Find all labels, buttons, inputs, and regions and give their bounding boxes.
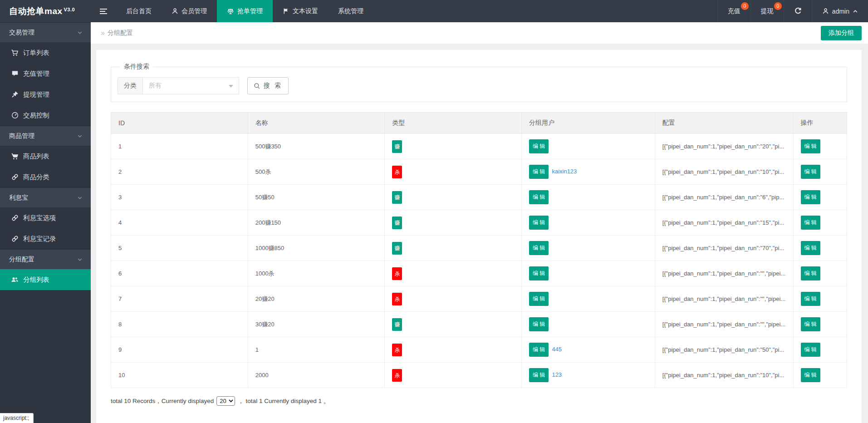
cell-group-user: 编 辑 [522, 185, 655, 210]
search-icon [254, 83, 260, 89]
table-row: 830赚20赚编 辑[{"pipei_dan_num":1,"pipei_dan… [111, 312, 847, 337]
edit-row-button[interactable]: 编 辑 [801, 165, 820, 179]
table-row: 91杀编 辑445[{"pipei_dan_num":1,"pipei_dan_… [111, 337, 847, 363]
sidebar-group-trade[interactable]: 交易管理 [0, 22, 91, 42]
cell-name: 2000 [248, 363, 385, 388]
nav-item-members[interactable]: 会员管理 [162, 0, 217, 22]
page-size-select[interactable]: 20 [216, 396, 235, 406]
sidebar-item-lixibao-records[interactable]: 利息宝记录 [0, 228, 91, 249]
recharge-notice-button[interactable]: 充值 0 [717, 0, 750, 22]
column-header: ID [111, 113, 248, 134]
sidebar-item-goods-category[interactable]: 商品分类 [0, 167, 91, 187]
sidebar-item-group-list[interactable]: 分组列表 [0, 269, 91, 290]
column-header: 配置 [655, 113, 793, 134]
sidebar-item-label: 商品列表 [23, 152, 49, 161]
nav-item-label: 文本设置 [293, 7, 318, 15]
panel: 条件搜索 分类 所有 搜 [96, 50, 862, 423]
cell-group-user: 编 辑 [522, 312, 655, 337]
group-user-link[interactable]: kaixin123 [552, 168, 577, 175]
edit-users-button[interactable]: 编 辑 [529, 292, 549, 306]
category-select[interactable]: 所有 [143, 77, 239, 94]
sidebar-item-label: 订单列表 [23, 49, 49, 57]
cell-name: 20赚20 [248, 286, 385, 312]
link-icon [11, 214, 19, 221]
table-header: ID名称类型分组用户配置操作 [111, 113, 847, 134]
sidebar-item-label: 提现管理 [23, 90, 49, 99]
sidebar-item-lixibao-options[interactable]: 利息宝选项 [0, 207, 91, 228]
edit-row-button[interactable]: 编 辑 [801, 139, 820, 153]
sidebar-toggle-button[interactable] [91, 0, 116, 22]
sidebar-group-lixibao[interactable]: 利息宝 [0, 187, 91, 207]
sidebar-item-order-list[interactable]: 订单列表 [0, 42, 91, 63]
username: admin [832, 8, 849, 15]
comment-icon [11, 70, 19, 77]
edit-users-button[interactable]: 编 辑 [529, 165, 549, 179]
type-badge: 赚 [392, 140, 402, 153]
cell-config: [{"pipei_dan_num":1,"pipei_dan_run":"70"… [655, 236, 793, 261]
group-user-link[interactable]: 445 [552, 346, 562, 353]
nav-item-home[interactable]: 后台首页 [116, 0, 162, 22]
column-header: 分组用户 [522, 113, 655, 134]
cell-id: 6 [111, 261, 248, 286]
type-badge: 杀 [392, 344, 402, 356]
edit-users-button[interactable]: 编 辑 [529, 216, 549, 230]
edit-row-button[interactable]: 编 辑 [801, 292, 820, 306]
group-user-link[interactable]: 123 [552, 371, 562, 378]
cell-id: 5 [111, 236, 248, 261]
edit-users-button[interactable]: 编 辑 [529, 317, 549, 331]
edit-users-button[interactable]: 编 辑 [529, 368, 549, 382]
hamburger-icon [100, 7, 107, 15]
edit-users-button[interactable]: 编 辑 [529, 190, 549, 204]
nav-item-text[interactable]: 文本设置 [273, 0, 328, 22]
type-badge: 赚 [392, 242, 402, 255]
sidebar-item-label: 利息宝记录 [23, 235, 56, 243]
edit-row-button[interactable]: 编 辑 [801, 343, 820, 357]
table-row: 51000赚850赚编 辑[{"pipei_dan_num":1,"pipei_… [111, 236, 847, 261]
sidebar-group-label: 利息宝 [9, 194, 28, 202]
search-button[interactable]: 搜 索 [247, 77, 289, 94]
cell-config: [{"pipei_dan_num":1,"pipei_dan_run":"","… [655, 312, 793, 337]
sidebar-item-withdraw-mgmt[interactable]: 提现管理 [0, 84, 91, 105]
edit-row-button[interactable]: 编 辑 [801, 317, 820, 331]
sidebar-group-group-config[interactable]: 分组配置 [0, 249, 91, 269]
pagination-prefix: total 10 Records，Currently displayed [111, 397, 214, 405]
sidebar-item-label: 交易控制 [23, 111, 49, 120]
sidebar-item-goods-list[interactable]: 商品列表 [0, 146, 91, 167]
refresh-button[interactable] [784, 0, 812, 22]
cell-name: 500杀 [248, 159, 385, 185]
cell-name: 200赚150 [248, 210, 385, 236]
cell-id: 3 [111, 185, 248, 210]
sidebar-item-recharge-mgmt[interactable]: 充值管理 [0, 63, 91, 84]
edit-users-button[interactable]: 编 辑 [529, 241, 549, 255]
recharge-badge: 0 [741, 2, 749, 10]
edit-row-button[interactable]: 编 辑 [801, 266, 820, 280]
main-area: » 分组配置 添加分组 条件搜索 分类 所有 [91, 22, 868, 423]
type-badge: 杀 [392, 369, 402, 382]
cell-actions: 编 辑 [793, 363, 847, 388]
table-row: 102000杀编 辑123[{"pipei_dan_num":1,"pipei_… [111, 363, 847, 388]
cell-type: 杀 [385, 159, 522, 185]
cell-config: [{"pipei_dan_num":1,"pipei_dan_run":"","… [655, 261, 793, 286]
table-row: 2500杀杀编 辑kaixin123[{"pipei_dan_num":1,"p… [111, 159, 847, 185]
recharge-label: 充值 [728, 7, 740, 15]
cell-name: 500赚350 [248, 134, 385, 159]
nav-item-orders[interactable]: 抢单管理 [217, 0, 273, 22]
sidebar-item-trade-control[interactable]: 交易控制 [0, 105, 91, 126]
top-nav-menu: 后台首页会员管理抢单管理文本设置系统管理 [116, 0, 373, 22]
edit-users-button[interactable]: 编 辑 [529, 266, 549, 280]
user-menu[interactable]: admin [812, 0, 868, 22]
edit-row-button[interactable]: 编 辑 [801, 241, 820, 255]
withdraw-badge: 0 [774, 2, 782, 10]
edit-row-button[interactable]: 编 辑 [801, 368, 820, 382]
edit-row-button[interactable]: 编 辑 [801, 190, 820, 204]
add-group-button[interactable]: 添加分组 [821, 26, 862, 40]
edit-users-button[interactable]: 编 辑 [529, 139, 549, 153]
edit-row-button[interactable]: 编 辑 [801, 216, 820, 230]
cell-type: 赚 [385, 236, 522, 261]
sidebar-group-goods[interactable]: 商品管理 [0, 126, 91, 146]
withdraw-notice-button[interactable]: 提现 0 [750, 0, 784, 22]
edit-users-button[interactable]: 编 辑 [529, 343, 549, 357]
scales-icon [227, 8, 234, 15]
nav-item-system[interactable]: 系统管理 [328, 0, 373, 22]
cell-id: 8 [111, 312, 248, 337]
